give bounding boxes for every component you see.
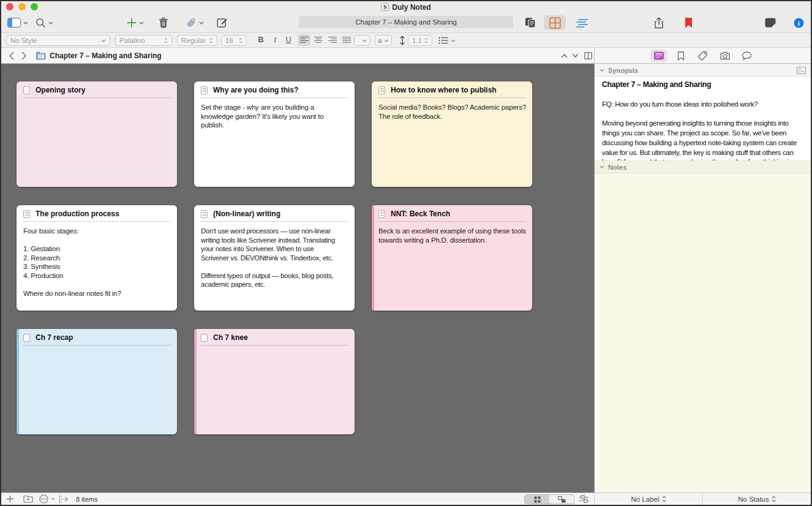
card-title: NNT: Beck Tench [391, 210, 450, 218]
tab-comments[interactable] [739, 50, 755, 62]
style-select[interactable]: No Style [6, 35, 110, 46]
align-right-icon [328, 37, 337, 43]
quick-reference-button[interactable] [525, 13, 536, 32]
document-icon [23, 210, 30, 218]
underline-button[interactable]: U [283, 36, 294, 44]
corkboard-mode-toggle[interactable] [524, 494, 574, 504]
svg-text:i: i [798, 19, 800, 26]
corkboard-view-button[interactable] [544, 15, 566, 30]
freeform-mode-button[interactable] [549, 495, 574, 504]
inspector-info-button[interactable]: i [794, 13, 804, 32]
italic-button[interactable]: I [269, 36, 280, 45]
inspector-panel: Synopsis Chapter 7 – Making and Sharing … [595, 64, 811, 493]
card-synopsis [194, 346, 355, 350]
window-title: Duly Noted [392, 3, 430, 12]
card-title: The production process [36, 210, 119, 218]
align-left-icon [300, 37, 309, 43]
label-dropdown[interactable]: No Label [595, 493, 702, 505]
search-icon [36, 18, 46, 28]
align-left-button[interactable] [298, 34, 310, 46]
index-card[interactable]: The production process Four basic stages… [17, 205, 177, 311]
forward-button[interactable] [21, 51, 27, 60]
previous-document-button[interactable] [561, 53, 568, 58]
font-size-select[interactable]: 16 [221, 35, 247, 46]
bookmark-button[interactable] [685, 13, 693, 32]
search-button[interactable] [36, 13, 53, 32]
image-icon[interactable] [797, 67, 806, 74]
media-browser-button[interactable] [765, 13, 776, 32]
back-button[interactable] [9, 51, 14, 60]
updown-chevron-icon [662, 496, 666, 502]
card-title: Ch 7 recap [36, 333, 73, 342]
corkboard[interactable]: Opening story Why are you doing this? Se… [1, 64, 595, 493]
index-card[interactable]: Why are you doing this? Set the stage - … [194, 81, 355, 187]
close-window-button[interactable] [6, 3, 13, 10]
compose-button[interactable] [217, 13, 228, 32]
items-count: 8 items [76, 493, 97, 505]
tab-notes[interactable] [650, 50, 667, 62]
chevron-down-icon [101, 39, 106, 42]
outline-view-button[interactable] [571, 15, 593, 30]
move-button[interactable] [59, 493, 69, 505]
path-bar: Chapter 7 – Making and Sharing [1, 48, 811, 64]
share-button[interactable] [654, 13, 664, 32]
footer-bar: 8 items No Label No Status [1, 493, 811, 505]
tab-snapshots[interactable] [716, 50, 733, 62]
stepper-icon [424, 37, 428, 43]
card-title: How to know where to publish [391, 86, 497, 94]
index-card[interactable]: Opening story [17, 81, 177, 187]
camera-icon [720, 51, 730, 60]
index-card[interactable]: How to know where to publish Social medi… [372, 81, 532, 187]
split-editor-button[interactable] [584, 52, 592, 59]
card-label-stripe [372, 205, 374, 311]
index-card[interactable]: Ch 7 knee [194, 329, 355, 434]
line-spacing-icon [399, 36, 405, 48]
zoom-window-button[interactable] [31, 3, 38, 10]
document-selector[interactable]: Chapter 7 – Making and Sharing [299, 16, 513, 28]
chevron-down-icon [600, 165, 604, 168]
status-dropdown[interactable]: No Status [702, 493, 811, 505]
synopsis-section-header[interactable]: Synopsis [595, 64, 811, 77]
index-card[interactable]: NNT: Beck Tench Beck is an excellent exa… [372, 205, 532, 311]
notes-text-area[interactable] [595, 173, 811, 493]
card-label-stripe [17, 329, 19, 434]
attach-button[interactable] [186, 13, 204, 32]
document-icon [201, 86, 208, 94]
document-icon [378, 210, 385, 218]
align-justify-button[interactable] [340, 34, 353, 46]
align-center-button[interactable] [312, 34, 325, 46]
toggle-sidebar-button[interactable] [7, 13, 28, 32]
trash-button[interactable] [159, 13, 168, 32]
corkboard-options-button[interactable] [579, 493, 588, 505]
breadcrumb[interactable]: Chapter 7 – Making and Sharing [50, 51, 162, 60]
align-right-button[interactable] [326, 34, 339, 46]
add-document-button[interactable] [6, 493, 14, 505]
font-select[interactable]: Palatino [115, 35, 172, 46]
bold-button[interactable]: B [255, 36, 266, 44]
stepper-icon [164, 37, 168, 43]
tab-metadata[interactable] [694, 50, 711, 62]
next-document-button[interactable] [572, 53, 579, 58]
list-format-button[interactable] [438, 37, 456, 44]
add-item-button[interactable] [127, 13, 144, 32]
index-card[interactable]: (Non-linear) writing Don't use word proc… [194, 205, 355, 311]
action-menu-button[interactable] [39, 493, 55, 505]
font-weight-select[interactable]: Regular [177, 35, 217, 46]
chevron-down-icon [51, 497, 55, 500]
chevron-down-icon [600, 69, 604, 72]
tab-bookmarks[interactable] [672, 50, 689, 62]
add-folder-button[interactable] [23, 493, 33, 505]
line-spacing-select[interactable]: 1.1 [408, 35, 432, 46]
scrivener-app-icon: S [381, 3, 389, 11]
text-color-select[interactable] [354, 35, 370, 46]
grid-mode-button[interactable] [525, 495, 549, 504]
main-toolbar: Chapter 7 – Making and Sharing i [1, 13, 811, 32]
card-synopsis: Beck is an excellent example of using th… [372, 222, 532, 244]
card-title: Opening story [36, 86, 85, 94]
synopsis-text[interactable]: Chapter 7 – Making and Sharing FQ: How d… [595, 77, 811, 160]
new-folder-icon [23, 495, 33, 503]
minimize-window-button[interactable] [18, 3, 26, 10]
notes-section-header[interactable]: Notes [595, 160, 811, 173]
highlight-select[interactable]: a [375, 35, 392, 46]
index-card[interactable]: Ch 7 recap [17, 329, 177, 434]
